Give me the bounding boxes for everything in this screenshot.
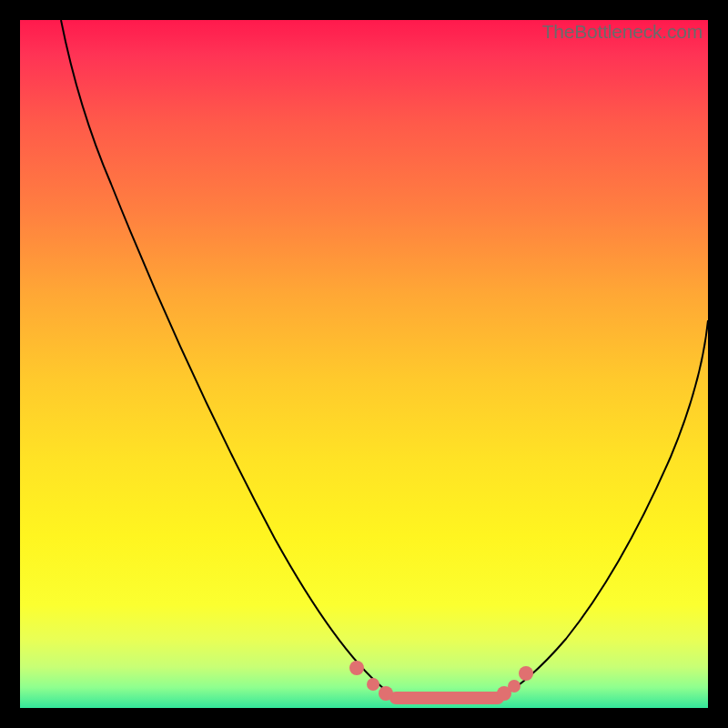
marker-dot: [367, 678, 379, 691]
marker-dot: [379, 686, 393, 701]
chart-plot-area: TheBottleneck.com: [20, 20, 708, 708]
chart-svg: [20, 20, 708, 708]
marker-dot: [349, 661, 364, 675]
marker-dot: [508, 680, 521, 693]
curve-left-descent: [61, 20, 391, 695]
curve-right-ascent: [502, 320, 708, 695]
marker-dot: [519, 666, 533, 681]
